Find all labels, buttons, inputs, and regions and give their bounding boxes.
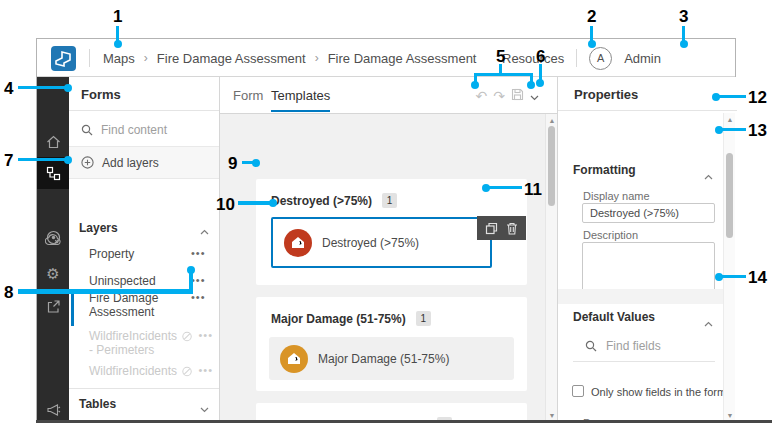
divider: [69, 110, 219, 111]
logo-glyph: [54, 49, 73, 68]
callout-12: 12: [748, 89, 767, 106]
layer-name: Fire Damage Assessment: [89, 291, 191, 319]
save-menu-chevron-icon[interactable]: [530, 89, 539, 103]
tab-templates[interactable]: Templates: [271, 77, 330, 114]
template-item-destroyed[interactable]: Destroyed (>75%): [271, 217, 492, 268]
scroll-up-arrow[interactable]: ▲: [724, 116, 736, 124]
chevron-up-icon[interactable]: [704, 166, 713, 184]
scrollbar-thumb[interactable]: [726, 153, 733, 238]
app-header: Maps › Fire Damage Assessment › Fire Dam…: [37, 39, 735, 77]
formatting-section-header[interactable]: Formatting: [573, 163, 636, 177]
disabled-icon: [182, 331, 192, 342]
field-maps-logo[interactable]: [51, 46, 76, 71]
only-show-fields-checkbox[interactable]: [572, 385, 584, 397]
layer-menu-icon[interactable]: •••: [191, 247, 206, 261]
layer-row-fire-damage-assessment[interactable]: Fire Damage Assessment •••: [89, 291, 213, 319]
callout-4-line: [18, 86, 66, 89]
layer-menu-icon[interactable]: •••: [198, 364, 213, 378]
divider: [69, 388, 219, 389]
callout-6-dot: [536, 79, 544, 87]
layer-name: Property: [89, 247, 191, 261]
chevron-up-icon[interactable]: [704, 313, 713, 331]
callout-9: 9: [228, 155, 237, 172]
duplicate-icon[interactable]: [485, 222, 498, 235]
forms-panel: Forms Find content Add layers Layers Pro…: [69, 77, 220, 423]
section-gap: [558, 289, 725, 304]
tab-form[interactable]: Form: [233, 77, 263, 114]
screenshot-stage: Maps › Fire Damage Assessment › Fire Dam…: [0, 0, 772, 423]
save-icon[interactable]: [511, 88, 524, 103]
description-textarea[interactable]: [582, 242, 715, 296]
undo-icon[interactable]: ↶: [476, 89, 488, 103]
plus-circle-icon: [81, 156, 94, 169]
redo-icon[interactable]: ↷: [493, 89, 505, 103]
layers-section-header[interactable]: Layers: [79, 221, 118, 235]
callout-4-dot: [64, 84, 72, 92]
avatar[interactable]: A: [589, 47, 612, 70]
default-values-section-header[interactable]: Default Values: [573, 310, 655, 324]
scrollbar-thumb[interactable]: [548, 126, 555, 206]
template-group-destroyed: Destroyed (>75%) 1 Destroyed (>75%): [256, 179, 527, 285]
offline-cloud-icon[interactable]: [37, 224, 69, 254]
feedback-megaphone-icon[interactable]: [37, 394, 69, 423]
callout-12-line: [719, 95, 746, 98]
editor-scrollbar[interactable]: ▲ ▼: [545, 114, 557, 423]
breadcrumb-separator: ›: [315, 51, 319, 65]
callout-1: 1: [113, 8, 122, 25]
callout-13: 13: [748, 122, 767, 139]
callout-2-dot: [588, 40, 596, 48]
display-name-input[interactable]: [582, 203, 715, 223]
breadcrumb-map-name[interactable]: Fire Damage Assessment: [157, 51, 306, 66]
callout-8-line: [18, 289, 191, 294]
app-window: Maps › Fire Damage Assessment › Fire Dam…: [36, 38, 736, 423]
callout-3-dot: [680, 40, 688, 48]
layer-row-wildfire-perimeters[interactable]: WildfireIncidents - Perimeters •••: [89, 329, 213, 357]
layer-menu-icon[interactable]: •••: [191, 291, 206, 319]
tables-section-header[interactable]: Tables: [79, 397, 116, 411]
admin-menu[interactable]: Admin: [624, 51, 661, 66]
breadcrumb-layer-name: Fire Damage Assessment: [328, 51, 477, 66]
forms-panel-title: Forms: [81, 87, 121, 102]
layer-name: Uninspected: [89, 274, 191, 288]
callout-2: 2: [587, 8, 596, 25]
chevron-up-icon[interactable]: [200, 221, 209, 239]
group-title-row: Major Damage (51-75%) 1: [271, 311, 431, 326]
home-icon[interactable]: [37, 127, 69, 157]
properties-title: Properties: [574, 87, 638, 102]
group-title-row: Destroyed (>75%) 1: [271, 193, 397, 208]
callout-8-dot: [187, 266, 195, 274]
callout-3: 3: [679, 8, 688, 25]
selected-layer-indicator: [71, 290, 74, 326]
layer-row-wildfire-incidents[interactable]: WildfireIncidents •••: [89, 364, 213, 378]
group-title: Major Damage (51-75%): [271, 312, 406, 326]
find-content-search[interactable]: Find content: [81, 117, 211, 143]
find-fields-search[interactable]: Find fields: [585, 339, 661, 353]
add-layers-button[interactable]: Add layers: [69, 147, 219, 179]
divider: [573, 361, 715, 362]
settings-gear-icon[interactable]: ⚙: [37, 258, 69, 288]
template-item-major-damage[interactable]: Major Damage (51-75%): [269, 337, 514, 380]
chevron-down-icon[interactable]: [200, 399, 209, 417]
layer-row-uninspected[interactable]: Uninspected •••: [89, 274, 213, 288]
header-divider: [89, 49, 90, 67]
breadcrumb: Maps › Fire Damage Assessment › Fire Dam…: [103, 39, 476, 77]
callout-14: 14: [748, 269, 767, 286]
breadcrumb-maps[interactable]: Maps: [103, 51, 135, 66]
layer-row-property[interactable]: Property •••: [89, 247, 213, 261]
callout-6: 6: [536, 48, 545, 65]
scroll-down-arrow[interactable]: ▼: [724, 412, 736, 420]
layer-name: WildfireIncidents - Perimeters: [89, 329, 182, 357]
share-icon[interactable]: [37, 291, 69, 321]
callout-9-dot: [252, 159, 260, 167]
layer-menu-icon[interactable]: •••: [198, 329, 213, 357]
checkbox-label: Only show fields in the form: [591, 386, 726, 398]
layer-menu-icon[interactable]: •••: [191, 274, 206, 288]
callout-7-dot: [64, 156, 72, 164]
divider: [558, 110, 737, 111]
disabled-icon: [182, 366, 192, 377]
properties-panel: Properties Formatting Display name Descr…: [557, 77, 737, 423]
resources-link[interactable]: Resources: [502, 51, 564, 66]
properties-scrollbar[interactable]: ▲ ▼: [723, 113, 735, 423]
search-icon: [81, 124, 93, 136]
delete-trash-icon[interactable]: [506, 222, 518, 235]
